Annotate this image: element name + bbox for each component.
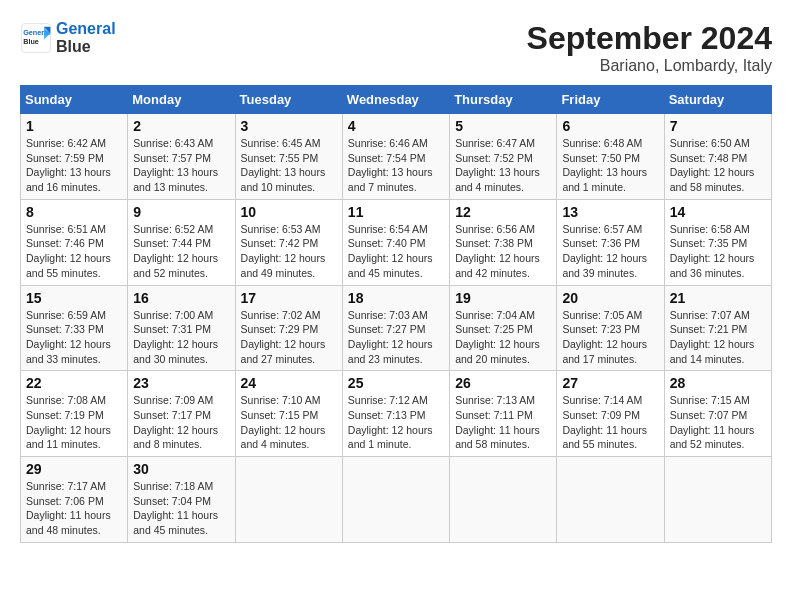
day-info: Sunrise: 7:09 AM Sunset: 7:17 PM Dayligh… <box>133 393 229 452</box>
day-number: 26 <box>455 375 551 391</box>
calendar-cell: 28Sunrise: 7:15 AM Sunset: 7:07 PM Dayli… <box>664 371 771 457</box>
calendar-header-row: SundayMondayTuesdayWednesdayThursdayFrid… <box>21 86 772 114</box>
svg-text:Blue: Blue <box>23 36 39 45</box>
week-row-4: 22Sunrise: 7:08 AM Sunset: 7:19 PM Dayli… <box>21 371 772 457</box>
calendar-cell: 9Sunrise: 6:52 AM Sunset: 7:44 PM Daylig… <box>128 199 235 285</box>
day-info: Sunrise: 7:18 AM Sunset: 7:04 PM Dayligh… <box>133 479 229 538</box>
calendar-cell <box>664 457 771 543</box>
day-number: 10 <box>241 204 337 220</box>
day-number: 21 <box>670 290 766 306</box>
day-number: 3 <box>241 118 337 134</box>
day-info: Sunrise: 6:45 AM Sunset: 7:55 PM Dayligh… <box>241 136 337 195</box>
day-number: 27 <box>562 375 658 391</box>
header-saturday: Saturday <box>664 86 771 114</box>
page-subtitle: Bariano, Lombardy, Italy <box>527 57 772 75</box>
calendar-cell: 13Sunrise: 6:57 AM Sunset: 7:36 PM Dayli… <box>557 199 664 285</box>
logo-text-blue: Blue <box>56 38 116 56</box>
calendar-cell <box>557 457 664 543</box>
calendar-cell: 6Sunrise: 6:48 AM Sunset: 7:50 PM Daylig… <box>557 114 664 200</box>
logo-icon: General Blue <box>20 22 52 54</box>
day-info: Sunrise: 6:56 AM Sunset: 7:38 PM Dayligh… <box>455 222 551 281</box>
day-info: Sunrise: 7:14 AM Sunset: 7:09 PM Dayligh… <box>562 393 658 452</box>
day-number: 25 <box>348 375 444 391</box>
day-number: 13 <box>562 204 658 220</box>
calendar-cell: 30Sunrise: 7:18 AM Sunset: 7:04 PM Dayli… <box>128 457 235 543</box>
day-info: Sunrise: 7:10 AM Sunset: 7:15 PM Dayligh… <box>241 393 337 452</box>
day-number: 8 <box>26 204 122 220</box>
header-tuesday: Tuesday <box>235 86 342 114</box>
day-info: Sunrise: 6:46 AM Sunset: 7:54 PM Dayligh… <box>348 136 444 195</box>
day-info: Sunrise: 7:17 AM Sunset: 7:06 PM Dayligh… <box>26 479 122 538</box>
calendar-cell: 2Sunrise: 6:43 AM Sunset: 7:57 PM Daylig… <box>128 114 235 200</box>
calendar-cell: 25Sunrise: 7:12 AM Sunset: 7:13 PM Dayli… <box>342 371 449 457</box>
page-header: General Blue General Blue September 2024… <box>20 20 772 75</box>
calendar-cell: 16Sunrise: 7:00 AM Sunset: 7:31 PM Dayli… <box>128 285 235 371</box>
calendar-cell: 7Sunrise: 6:50 AM Sunset: 7:48 PM Daylig… <box>664 114 771 200</box>
day-info: Sunrise: 7:08 AM Sunset: 7:19 PM Dayligh… <box>26 393 122 452</box>
calendar-cell: 8Sunrise: 6:51 AM Sunset: 7:46 PM Daylig… <box>21 199 128 285</box>
calendar-cell: 11Sunrise: 6:54 AM Sunset: 7:40 PM Dayli… <box>342 199 449 285</box>
calendar-table: SundayMondayTuesdayWednesdayThursdayFrid… <box>20 85 772 543</box>
calendar-cell: 21Sunrise: 7:07 AM Sunset: 7:21 PM Dayli… <box>664 285 771 371</box>
calendar-cell: 24Sunrise: 7:10 AM Sunset: 7:15 PM Dayli… <box>235 371 342 457</box>
day-info: Sunrise: 7:15 AM Sunset: 7:07 PM Dayligh… <box>670 393 766 452</box>
day-info: Sunrise: 6:53 AM Sunset: 7:42 PM Dayligh… <box>241 222 337 281</box>
day-info: Sunrise: 7:00 AM Sunset: 7:31 PM Dayligh… <box>133 308 229 367</box>
calendar-cell: 14Sunrise: 6:58 AM Sunset: 7:35 PM Dayli… <box>664 199 771 285</box>
day-number: 11 <box>348 204 444 220</box>
day-info: Sunrise: 6:52 AM Sunset: 7:44 PM Dayligh… <box>133 222 229 281</box>
day-number: 20 <box>562 290 658 306</box>
logo-text-general: General <box>56 20 116 38</box>
day-number: 2 <box>133 118 229 134</box>
page-title: September 2024 <box>527 20 772 57</box>
day-info: Sunrise: 6:48 AM Sunset: 7:50 PM Dayligh… <box>562 136 658 195</box>
day-number: 6 <box>562 118 658 134</box>
day-number: 29 <box>26 461 122 477</box>
day-info: Sunrise: 6:42 AM Sunset: 7:59 PM Dayligh… <box>26 136 122 195</box>
day-number: 19 <box>455 290 551 306</box>
day-info: Sunrise: 6:47 AM Sunset: 7:52 PM Dayligh… <box>455 136 551 195</box>
logo: General Blue General Blue <box>20 20 116 55</box>
calendar-cell: 23Sunrise: 7:09 AM Sunset: 7:17 PM Dayli… <box>128 371 235 457</box>
calendar-cell: 26Sunrise: 7:13 AM Sunset: 7:11 PM Dayli… <box>450 371 557 457</box>
day-number: 12 <box>455 204 551 220</box>
day-info: Sunrise: 7:12 AM Sunset: 7:13 PM Dayligh… <box>348 393 444 452</box>
week-row-1: 1Sunrise: 6:42 AM Sunset: 7:59 PM Daylig… <box>21 114 772 200</box>
day-info: Sunrise: 6:54 AM Sunset: 7:40 PM Dayligh… <box>348 222 444 281</box>
header-sunday: Sunday <box>21 86 128 114</box>
calendar-cell: 17Sunrise: 7:02 AM Sunset: 7:29 PM Dayli… <box>235 285 342 371</box>
day-info: Sunrise: 7:04 AM Sunset: 7:25 PM Dayligh… <box>455 308 551 367</box>
calendar-cell: 10Sunrise: 6:53 AM Sunset: 7:42 PM Dayli… <box>235 199 342 285</box>
day-number: 14 <box>670 204 766 220</box>
day-number: 15 <box>26 290 122 306</box>
day-number: 9 <box>133 204 229 220</box>
header-wednesday: Wednesday <box>342 86 449 114</box>
day-info: Sunrise: 7:13 AM Sunset: 7:11 PM Dayligh… <box>455 393 551 452</box>
header-thursday: Thursday <box>450 86 557 114</box>
day-number: 28 <box>670 375 766 391</box>
calendar-cell: 19Sunrise: 7:04 AM Sunset: 7:25 PM Dayli… <box>450 285 557 371</box>
week-row-2: 8Sunrise: 6:51 AM Sunset: 7:46 PM Daylig… <box>21 199 772 285</box>
calendar-cell: 3Sunrise: 6:45 AM Sunset: 7:55 PM Daylig… <box>235 114 342 200</box>
calendar-cell: 22Sunrise: 7:08 AM Sunset: 7:19 PM Dayli… <box>21 371 128 457</box>
day-info: Sunrise: 6:59 AM Sunset: 7:33 PM Dayligh… <box>26 308 122 367</box>
header-friday: Friday <box>557 86 664 114</box>
header-monday: Monday <box>128 86 235 114</box>
day-number: 1 <box>26 118 122 134</box>
title-block: September 2024 Bariano, Lombardy, Italy <box>527 20 772 75</box>
day-info: Sunrise: 6:51 AM Sunset: 7:46 PM Dayligh… <box>26 222 122 281</box>
calendar-cell: 1Sunrise: 6:42 AM Sunset: 7:59 PM Daylig… <box>21 114 128 200</box>
day-info: Sunrise: 7:02 AM Sunset: 7:29 PM Dayligh… <box>241 308 337 367</box>
calendar-cell: 20Sunrise: 7:05 AM Sunset: 7:23 PM Dayli… <box>557 285 664 371</box>
week-row-3: 15Sunrise: 6:59 AM Sunset: 7:33 PM Dayli… <box>21 285 772 371</box>
day-number: 18 <box>348 290 444 306</box>
day-number: 4 <box>348 118 444 134</box>
calendar-cell <box>342 457 449 543</box>
day-number: 16 <box>133 290 229 306</box>
day-info: Sunrise: 6:57 AM Sunset: 7:36 PM Dayligh… <box>562 222 658 281</box>
day-info: Sunrise: 7:03 AM Sunset: 7:27 PM Dayligh… <box>348 308 444 367</box>
day-info: Sunrise: 6:58 AM Sunset: 7:35 PM Dayligh… <box>670 222 766 281</box>
day-number: 24 <box>241 375 337 391</box>
calendar-cell: 27Sunrise: 7:14 AM Sunset: 7:09 PM Dayli… <box>557 371 664 457</box>
calendar-cell <box>235 457 342 543</box>
